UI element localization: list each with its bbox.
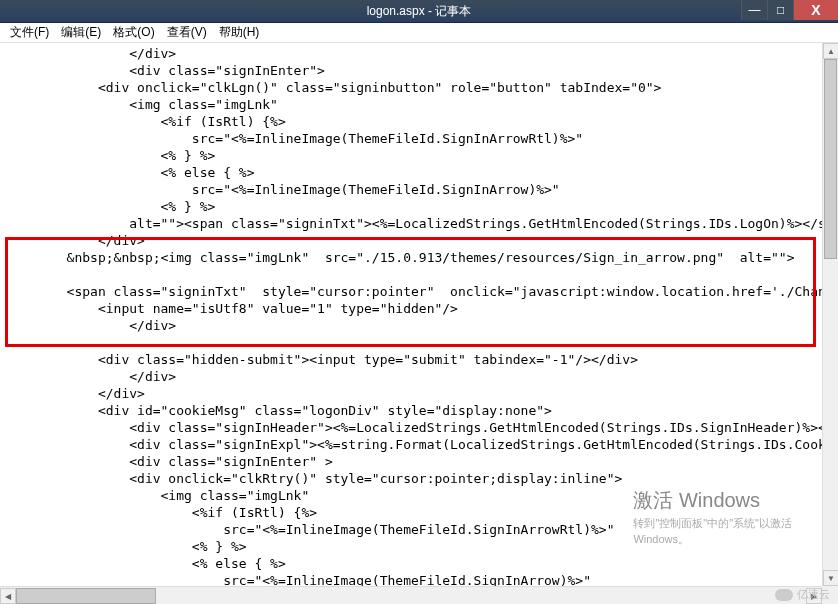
cloud-icon (775, 589, 793, 601)
windows-activation-watermark: 激活 Windows 转到"控制面板"中的"系统"以激活 Windows。 (633, 487, 792, 546)
vscroll-track[interactable] (823, 59, 838, 570)
hscroll-thumb[interactable] (16, 588, 156, 604)
menu-format[interactable]: 格式(O) (107, 22, 160, 43)
close-button[interactable]: X (793, 0, 838, 20)
scroll-left-icon[interactable]: ◀ (0, 588, 16, 604)
window-title: logon.aspx - 记事本 (367, 3, 472, 20)
window-titlebar: logon.aspx - 记事本 — □ X (0, 0, 838, 23)
brand-text: 亿速云 (797, 587, 830, 602)
text-editor-area[interactable]: </div> <div class="signInEnter"> <div on… (0, 43, 822, 586)
brand-logo: 亿速云 (775, 587, 830, 602)
horizontal-scrollbar[interactable]: ◀ ▶ (0, 586, 822, 604)
menubar: 文件(F) 编辑(E) 格式(O) 查看(V) 帮助(H) (0, 23, 838, 43)
minimize-button[interactable]: — (741, 0, 767, 20)
menu-edit[interactable]: 编辑(E) (55, 22, 107, 43)
window-controls: — □ X (741, 0, 838, 22)
scroll-down-icon[interactable]: ▼ (823, 570, 838, 586)
vertical-scrollbar[interactable]: ▲ ▼ (822, 43, 838, 586)
watermark-line2: Windows。 (633, 532, 792, 546)
watermark-title: 激活 Windows (633, 487, 792, 514)
menu-file[interactable]: 文件(F) (4, 22, 55, 43)
menu-help[interactable]: 帮助(H) (213, 22, 266, 43)
maximize-button[interactable]: □ (767, 0, 793, 20)
menu-view[interactable]: 查看(V) (161, 22, 213, 43)
watermark-line1: 转到"控制面板"中的"系统"以激活 (633, 516, 792, 530)
scroll-up-icon[interactable]: ▲ (823, 43, 838, 59)
vscroll-thumb[interactable] (824, 59, 837, 259)
